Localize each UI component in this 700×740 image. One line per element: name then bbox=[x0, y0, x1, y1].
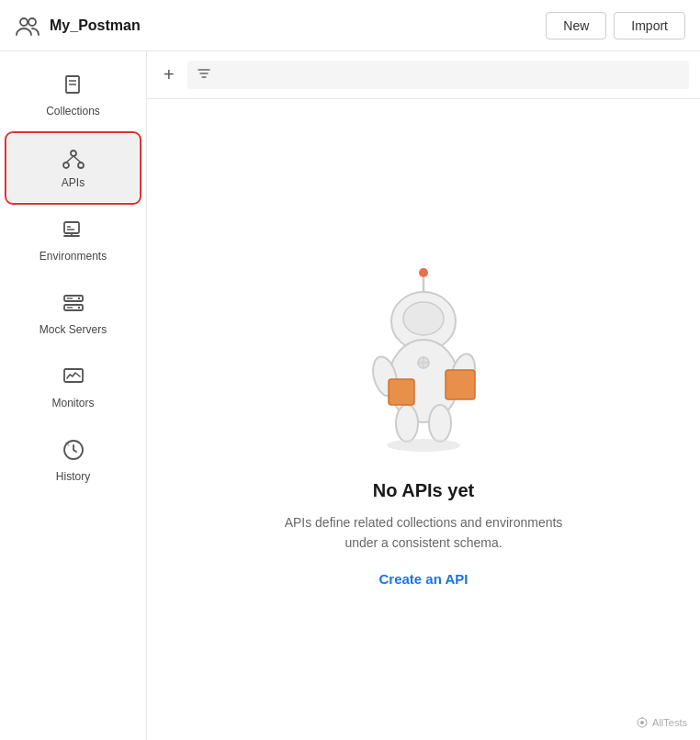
add-button[interactable]: + bbox=[158, 62, 180, 87]
sidebar-item-monitors[interactable]: Monitors bbox=[7, 353, 139, 422]
sidebar-item-label: Collections bbox=[46, 105, 100, 118]
app-title: My_Postman bbox=[50, 17, 141, 34]
svg-point-7 bbox=[78, 163, 84, 168]
watermark-icon bbox=[636, 716, 649, 729]
svg-point-5 bbox=[71, 151, 76, 156]
sidebar-item-mock-servers[interactable]: Mock Servers bbox=[7, 279, 139, 349]
svg-point-34 bbox=[429, 405, 451, 442]
header-left: My_Postman bbox=[15, 13, 141, 39]
svg-rect-10 bbox=[64, 222, 79, 233]
filter-input[interactable] bbox=[217, 68, 680, 82]
empty-state: No APIs yet APIs define related collecti… bbox=[147, 99, 700, 740]
import-button[interactable]: Import bbox=[614, 12, 685, 39]
sidebar-item-collections[interactable]: Collections bbox=[7, 61, 139, 130]
svg-rect-39 bbox=[389, 379, 414, 405]
main-layout: Collections APIs bbox=[0, 51, 700, 740]
svg-point-25 bbox=[419, 268, 428, 277]
empty-description: APIs define related collections and envi… bbox=[277, 512, 570, 554]
history-icon bbox=[62, 439, 85, 465]
new-button[interactable]: New bbox=[546, 12, 606, 39]
svg-point-6 bbox=[63, 163, 69, 168]
monitors-icon bbox=[62, 365, 85, 391]
sidebar-item-apis[interactable]: APIs bbox=[7, 134, 139, 202]
watermark-text: AllTests bbox=[652, 717, 687, 728]
empty-title: No APIs yet bbox=[373, 480, 474, 501]
filter-icon bbox=[197, 66, 211, 84]
sidebar-item-label: Monitors bbox=[51, 397, 94, 409]
apis-icon bbox=[62, 147, 85, 171]
environments-icon bbox=[62, 219, 85, 244]
watermark: AllTests bbox=[636, 716, 687, 729]
svg-point-33 bbox=[396, 405, 418, 442]
svg-line-8 bbox=[66, 156, 73, 163]
sidebar: Collections APIs bbox=[0, 51, 147, 740]
svg-point-41 bbox=[640, 721, 644, 724]
sidebar-item-history[interactable]: History bbox=[7, 426, 139, 496]
toolbar: + bbox=[147, 51, 700, 99]
astronaut-illustration bbox=[332, 252, 515, 458]
create-api-link[interactable]: Create an API bbox=[379, 571, 469, 587]
user-group-icon bbox=[15, 13, 40, 39]
header-actions: New Import bbox=[546, 12, 685, 39]
svg-point-0 bbox=[20, 18, 28, 26]
sidebar-item-label: Environments bbox=[40, 250, 107, 263]
content-area: + bbox=[147, 51, 700, 740]
filter-bar bbox=[187, 61, 689, 89]
svg-point-17 bbox=[77, 297, 79, 299]
collections-icon bbox=[62, 73, 85, 99]
app-header: My_Postman New Import bbox=[0, 0, 700, 51]
svg-point-18 bbox=[77, 307, 79, 308]
svg-point-1 bbox=[28, 18, 36, 26]
svg-point-28 bbox=[403, 302, 444, 335]
sidebar-item-label: Mock Servers bbox=[40, 323, 107, 336]
sidebar-item-label: History bbox=[56, 470, 90, 483]
svg-point-35 bbox=[387, 439, 460, 452]
sidebar-item-environments[interactable]: Environments bbox=[7, 206, 139, 275]
svg-line-9 bbox=[73, 156, 81, 163]
mock-servers-icon bbox=[62, 292, 85, 318]
svg-rect-32 bbox=[446, 370, 475, 399]
sidebar-item-label: APIs bbox=[62, 176, 85, 189]
